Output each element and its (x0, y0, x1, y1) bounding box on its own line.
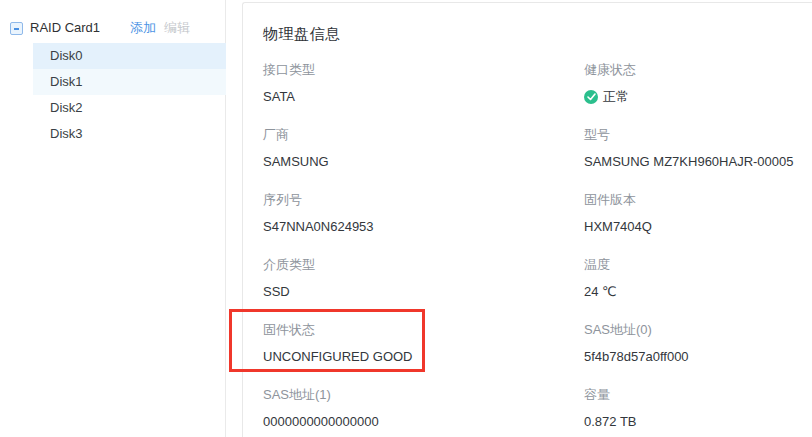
field-label: 健康状态 (584, 62, 812, 77)
field-value: 0.872 TB (584, 414, 812, 429)
collapse-icon[interactable] (10, 22, 23, 35)
field-value: SSD (263, 284, 584, 299)
field-media-type: 介质类型 SSD (263, 257, 584, 299)
field-label: SAS地址(1) (263, 387, 584, 402)
edit-link[interactable]: 编辑 (164, 14, 190, 42)
field-value: UNCONFIGURED GOOD (263, 349, 584, 364)
field-label: SAS地址(0) (584, 322, 812, 337)
tree-node-label: RAID Card1 (30, 14, 100, 42)
field-label: 固件版本 (584, 192, 812, 207)
field-label: 厂商 (263, 127, 584, 142)
physical-disk-panel: 物理盘信息 接口类型 SATA 健康状态 正常 厂商 SAMSUNG 型号 SA (242, 2, 812, 437)
disk-list: Disk0 Disk1 Disk2 Disk3 (0, 43, 225, 147)
sidebar-item-disk3[interactable]: Disk3 (33, 121, 226, 147)
field-label: 温度 (584, 257, 812, 272)
field-capacity: 容量 0.872 TB (584, 387, 812, 429)
field-value: HXM7404Q (584, 219, 812, 234)
field-label: 固件状态 (263, 322, 584, 337)
field-interface-type: 接口类型 SATA (263, 62, 584, 104)
status-text: 正常 (603, 89, 629, 104)
sidebar-item-disk2[interactable]: Disk2 (33, 95, 226, 121)
add-link[interactable]: 添加 (130, 14, 156, 42)
status-ok-icon (584, 90, 598, 104)
field-value: 5f4b78d57a0ff000 (584, 349, 812, 364)
field-label: 容量 (584, 387, 812, 402)
field-label: 接口类型 (263, 62, 584, 77)
tree-node-raid-card[interactable]: RAID Card1 添加 编辑 (0, 14, 225, 42)
field-value: SATA (263, 89, 584, 104)
disk-info-grid: 接口类型 SATA 健康状态 正常 厂商 SAMSUNG 型号 SAMSUNG … (263, 62, 812, 437)
field-temperature: 温度 24 ℃ (584, 257, 812, 299)
field-firmware-state: 固件状态 UNCONFIGURED GOOD (263, 322, 584, 364)
page-title: 物理盘信息 (263, 25, 341, 44)
sidebar-item-disk1[interactable]: Disk1 (33, 69, 226, 95)
field-model: 型号 SAMSUNG MZ7KH960HAJR-00005 (584, 127, 812, 169)
field-vendor: 厂商 SAMSUNG (263, 127, 584, 169)
field-value: 0000000000000000 (263, 414, 584, 429)
field-label: 序列号 (263, 192, 584, 207)
field-firmware-version: 固件版本 HXM7404Q (584, 192, 812, 234)
field-sas-address-0: SAS地址(0) 5f4b78d57a0ff000 (584, 322, 812, 364)
field-sas-address-1: SAS地址(1) 0000000000000000 (263, 387, 584, 429)
field-serial-number: 序列号 S47NNA0N624953 (263, 192, 584, 234)
field-value: SAMSUNG (263, 154, 584, 169)
sidebar-item-disk0[interactable]: Disk0 (33, 43, 226, 69)
field-value: S47NNA0N624953 (263, 219, 584, 234)
field-health-status: 健康状态 正常 (584, 62, 812, 104)
field-value: 24 ℃ (584, 284, 812, 299)
minus-glyph (14, 28, 19, 30)
field-value: SAMSUNG MZ7KH960HAJR-00005 (584, 154, 812, 169)
field-label: 介质类型 (263, 257, 584, 272)
sidebar: RAID Card1 添加 编辑 Disk0 Disk1 Disk2 Disk3 (0, 0, 226, 437)
field-value: 正常 (584, 89, 812, 104)
field-label: 型号 (584, 127, 812, 142)
